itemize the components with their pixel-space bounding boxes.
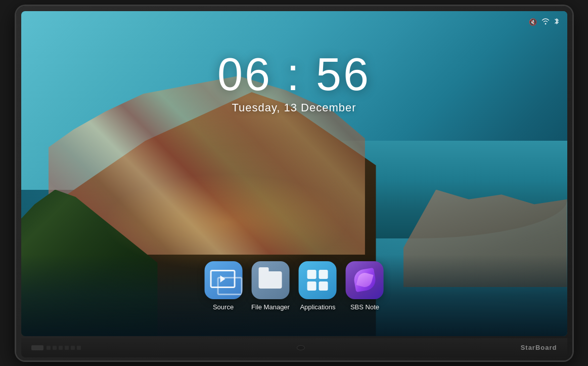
folder-icon — [259, 271, 282, 289]
bluetooth-icon — [554, 17, 559, 27]
status-bar: 🔇 — [529, 17, 559, 27]
wifi-icon — [541, 18, 550, 26]
bottom-bezel: StarBoard — [21, 338, 567, 357]
bezel-ports — [47, 346, 81, 350]
bezel-controls — [31, 345, 81, 350]
sbs-note-app-label: SBS Note — [350, 303, 379, 311]
port-4 — [65, 346, 69, 350]
tv-device: 🔇 06 : 56 Tuesday, 13 December — [16, 6, 572, 360]
grid-cell-4 — [319, 281, 328, 291]
source-app-icon[interactable] — [204, 261, 242, 299]
bezel-button-1[interactable] — [31, 345, 43, 350]
grid-cell-3 — [307, 281, 316, 291]
app-dock: Source File Manager — [204, 261, 384, 311]
sbs-note-app-icon[interactable] — [346, 261, 384, 299]
grid-cell-1 — [307, 270, 316, 279]
applications-app-label: Applications — [300, 303, 335, 311]
file-manager-app-icon[interactable] — [252, 261, 290, 299]
port-5 — [71, 346, 75, 350]
app-item-file-manager[interactable]: File Manager — [251, 261, 290, 311]
grid-cell-2 — [319, 270, 328, 279]
app-item-source[interactable]: Source — [204, 261, 242, 311]
sbs-shape-icon — [352, 268, 377, 293]
bezel-camera — [297, 345, 305, 350]
port-1 — [47, 346, 51, 350]
source-app-label: Source — [213, 303, 234, 311]
clock-time: 06 : 56 — [217, 52, 371, 97]
clock-area: 06 : 56 Tuesday, 13 December — [217, 52, 371, 114]
brand-label: StarBoard — [521, 344, 557, 351]
mute-icon: 🔇 — [529, 18, 537, 26]
screen[interactable]: 🔇 06 : 56 Tuesday, 13 December — [21, 11, 567, 336]
clock-date: Tuesday, 13 December — [217, 101, 371, 114]
apps-grid-icon — [306, 269, 329, 292]
app-item-sbs-note[interactable]: SBS Note — [346, 261, 384, 311]
applications-app-icon[interactable] — [299, 261, 337, 299]
port-3 — [59, 346, 63, 350]
port-6 — [77, 346, 81, 350]
app-item-applications[interactable]: Applications — [299, 261, 337, 311]
file-manager-app-label: File Manager — [251, 303, 290, 311]
port-2 — [53, 346, 57, 350]
